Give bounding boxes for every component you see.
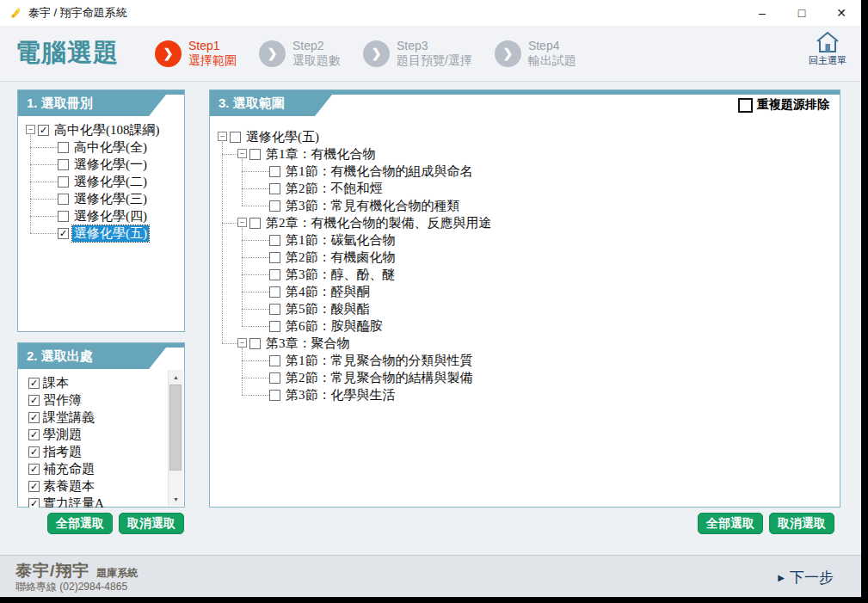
checkbox[interactable] [249, 338, 261, 349]
checkbox[interactable]: ✓ [28, 412, 40, 423]
checkbox[interactable] [269, 286, 280, 298]
tree-label[interactable]: 第1章：有機化合物 [264, 146, 378, 163]
panel2-deselect-button[interactable]: 取消選取 [119, 513, 184, 534]
tree-row: −第3章：聚合物 [210, 335, 840, 352]
checkbox[interactable] [58, 176, 69, 188]
tree-label[interactable]: 選修化學(五) [72, 225, 149, 242]
checkbox[interactable]: ✓ [28, 498, 40, 508]
tree-label[interactable]: 選修化學(二) [72, 174, 149, 190]
tree-label[interactable]: 第1節：碳氫化合物 [284, 232, 397, 249]
dedupe-checkbox[interactable] [738, 98, 753, 113]
tree-label[interactable]: 第5節：酸與酯 [284, 301, 372, 317]
expander-icon[interactable]: − [237, 338, 247, 348]
tree-label[interactable]: 選修化學(四) [72, 208, 149, 225]
maximize-button[interactable]: □ [782, 0, 822, 26]
step-item[interactable]: ❯Step3題目預覽/選擇 [363, 39, 472, 68]
checkbox[interactable] [230, 132, 241, 143]
tree-label[interactable]: 第6節：胺與醯胺 [284, 318, 385, 335]
tree-label[interactable]: 第1節：常見聚合物的分類與性質 [284, 353, 475, 369]
checkbox[interactable]: ✓ [58, 228, 69, 239]
tree-label[interactable]: 第3章：聚合物 [264, 335, 352, 352]
checkbox[interactable] [269, 166, 280, 177]
scroll-up-icon[interactable]: ▲ [169, 370, 183, 384]
tree-label[interactable]: 第2節：常見聚合物的結構與製備 [284, 370, 475, 386]
tree-label[interactable]: 第2章：有機化合物的製備、反應與用途 [264, 215, 494, 231]
tree-connector [242, 171, 269, 172]
app-logo-icon [8, 6, 22, 21]
source-label[interactable]: 補充命題 [43, 461, 95, 477]
tree-row: 第1節：碳氫化合物 [210, 231, 840, 249]
tree-label[interactable]: 選修化學(一) [72, 157, 149, 173]
source-label[interactable]: 課本 [43, 375, 69, 391]
panel-range-selection: 3. 選取範圍 重複題源排除 −選修化學(五)−第1章：有機化合物第1節：有機化… [209, 89, 840, 508]
scrollbar-thumb[interactable] [169, 385, 182, 471]
checkbox[interactable] [269, 183, 280, 194]
panel3-select-all-button[interactable]: 全部選取 [698, 513, 763, 534]
checkbox[interactable] [269, 269, 280, 280]
source-label[interactable]: 素養題本 [43, 478, 95, 495]
tree-label[interactable]: 第3節：醇、酚、醚 [284, 267, 397, 283]
checkbox[interactable]: ✓ [38, 125, 49, 136]
close-button[interactable]: ✕ [822, 0, 861, 26]
tree-line [242, 228, 243, 326]
checkbox[interactable]: ✓ [28, 395, 40, 406]
step-chevron-icon: ❯ [495, 40, 521, 67]
panel2-select-all-button[interactable]: 全部選取 [47, 513, 113, 534]
checkbox[interactable] [269, 355, 280, 366]
checkbox[interactable] [58, 194, 69, 205]
panel2-header: 2. 選取出處 [18, 343, 184, 369]
checkbox[interactable] [58, 142, 69, 153]
scroll-down-icon[interactable]: ▼ [169, 492, 183, 506]
panel3-deselect-button[interactable]: 取消選取 [769, 513, 834, 534]
expander-icon[interactable]: − [218, 132, 227, 141]
tree-connector [242, 188, 269, 189]
checkbox[interactable] [269, 304, 280, 315]
home-button[interactable]: 回主選單 [803, 30, 853, 67]
steps: ❯Step1選擇範圍❯Step2選取題數❯Step3題目預覽/選擇❯Step4輸… [155, 39, 576, 68]
expander-icon[interactable]: − [237, 149, 247, 158]
checkbox[interactable]: ✓ [28, 446, 40, 458]
tree-connector [242, 206, 269, 206]
checkbox[interactable] [269, 252, 280, 263]
checkbox[interactable] [58, 211, 69, 222]
checkbox[interactable]: ✓ [28, 429, 40, 440]
checkbox[interactable] [269, 200, 280, 212]
next-step-button[interactable]: ▶ 下一步 [778, 568, 834, 588]
checkbox[interactable]: ✓ [28, 378, 40, 389]
tree-label[interactable]: 第2節：不飽和烴 [284, 181, 385, 197]
checkbox[interactable] [269, 235, 280, 246]
checkbox[interactable] [249, 218, 261, 229]
tree-label[interactable]: 高中化學(全) [72, 139, 149, 156]
source-label[interactable]: 習作簿 [43, 392, 82, 409]
expander-icon[interactable]: − [237, 218, 247, 227]
step-item[interactable]: ❯Step1選擇範圍 [155, 39, 237, 68]
source-label[interactable]: 實力評量A [43, 495, 104, 508]
checkbox[interactable] [269, 372, 280, 384]
tree-label[interactable]: 高中化學(108課綱) [52, 122, 162, 138]
title-bar: 泰宇 / 翔宇命題系統 – □ ✕ [0, 0, 861, 26]
minimize-button[interactable]: – [742, 0, 782, 26]
step-label: Step3題目預覽/選擇 [397, 39, 472, 68]
tree-label[interactable]: 第4節：醛與酮 [284, 284, 372, 300]
source-label[interactable]: 學測題 [43, 427, 82, 443]
tree-label[interactable]: 第3節：化學與生活 [284, 387, 397, 403]
checkbox[interactable] [269, 321, 280, 332]
tree-label[interactable]: 選修化學(三) [72, 191, 149, 207]
source-list-scrollbar[interactable]: ▲ ▼ [168, 370, 183, 506]
checkbox[interactable] [269, 390, 280, 401]
tree-connector [242, 309, 269, 310]
tree-label[interactable]: 第2節：有機鹵化物 [284, 249, 397, 266]
tree-label[interactable]: 第1節：有機化合物的組成與命名 [284, 163, 475, 180]
tree-label[interactable]: 選修化學(五) [244, 129, 321, 145]
step-item[interactable]: ❯Step2選取題數 [259, 39, 341, 68]
checkbox[interactable] [249, 149, 261, 160]
checkbox[interactable]: ✓ [28, 481, 40, 492]
tree-label[interactable]: 第3節：常見有機化合物的種類 [284, 198, 462, 214]
checkbox[interactable]: ✓ [28, 464, 40, 475]
source-label[interactable]: 指考題 [43, 444, 82, 460]
checkbox[interactable] [58, 159, 69, 170]
source-label[interactable]: 課堂講義 [43, 409, 95, 426]
expander-icon[interactable]: − [26, 125, 35, 134]
step-item[interactable]: ❯Step4輸出試題 [495, 39, 576, 68]
tree-row: 選修化學(四) [18, 207, 184, 225]
